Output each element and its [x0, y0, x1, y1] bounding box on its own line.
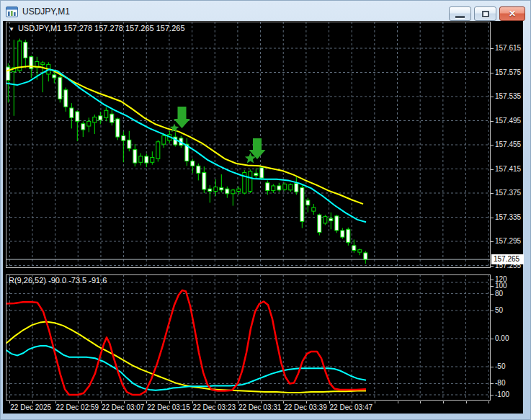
time-tick-label: 22 Dec 03:39 — [284, 403, 327, 411]
price-tick-label: 157.615 — [495, 45, 521, 52]
indicator-tick-label: 50 — [495, 307, 503, 314]
indicator-tick — [491, 367, 494, 367]
indicator-tick — [491, 383, 494, 384]
chart-window: USDJPY,M1 ✕ ▼USDJPY,M1 157.278 157.278 1… — [0, 0, 531, 420]
close-button[interactable]: ✕ — [499, 6, 525, 21]
chart-window-icon — [6, 6, 18, 17]
price-tick-label: 157.295 — [495, 238, 521, 245]
price-tick-label: 157.375 — [495, 189, 521, 197]
indicator-tick — [491, 395, 494, 396]
price-tick — [491, 241, 494, 242]
indicator-tick — [491, 286, 494, 287]
price-tick — [491, 218, 494, 218]
indicator-panel[interactable] — [6, 274, 491, 401]
time-tick — [466, 401, 467, 403]
main-grid — [6, 22, 491, 268]
price-tick-label: 157.455 — [495, 141, 521, 148]
time-tick — [488, 401, 489, 403]
time-tick — [375, 401, 375, 403]
main-chart[interactable] — [6, 22, 491, 268]
time-tick — [398, 401, 398, 403]
time-tick-label: 22 Dec 03:31 — [238, 403, 282, 411]
time-tick-label: 22 Dec 03:15 — [147, 403, 190, 411]
price-tick — [491, 121, 494, 122]
indicator-tick — [491, 294, 494, 295]
minimize-icon — [455, 16, 465, 18]
time-tick-label: 22 Dec 02:59 — [56, 403, 99, 411]
minimize-button[interactable] — [449, 6, 471, 21]
indicator-label: R(9,26,52) -90.0 -73.5 -91.6 — [9, 276, 107, 285]
time-tick — [420, 401, 421, 403]
indicator-tick-label: 80 — [495, 290, 503, 298]
price-tick — [491, 97, 494, 97]
time-tick-label: 22 Dec 2025 — [10, 403, 51, 411]
price-tick-label: 157.575 — [495, 69, 521, 76]
chart-ohlc-label: ▼USDJPY,M1 157.278 157.278 157.265 157.2… — [9, 24, 185, 32]
restore-icon — [482, 11, 489, 17]
price-tick-label: 157.535 — [495, 93, 521, 100]
indicator-tick-label: -100 — [495, 391, 509, 398]
indicator-tick-label: 0.00 — [495, 335, 509, 342]
indicator-tick — [491, 339, 494, 339]
indicator-tick — [491, 310, 494, 311]
oscillator-red-line — [6, 290, 366, 395]
symbol-menu-icon[interactable]: ▼ — [9, 26, 14, 32]
sell-arrow-icon — [174, 107, 190, 128]
restore-button[interactable] — [474, 6, 496, 21]
bid-price-box: 157.265 — [491, 254, 524, 264]
close-icon: ✕ — [509, 9, 516, 18]
price-tick-label: 157.335 — [495, 214, 521, 221]
price-tick-label: 157.495 — [495, 117, 521, 125]
ohlc-text: USDJPY,M1 157.278 157.278 157.265 157.26… — [18, 24, 185, 32]
indicator-tick — [491, 280, 494, 280]
price-tick — [491, 169, 494, 170]
time-tick — [443, 401, 444, 403]
price-tick — [491, 193, 494, 194]
indicator-tick-label: 100 — [495, 282, 507, 290]
price-tick — [491, 48, 494, 49]
window-title: USDJPY,M1 — [22, 6, 70, 17]
price-tick — [491, 145, 494, 146]
price-tick — [491, 266, 494, 267]
indicator-tick-label: -50 — [495, 363, 505, 370]
time-tick-label: 22 Dec 03:07 — [102, 403, 145, 411]
oscillator-yellow-line — [6, 322, 366, 393]
price-tick — [491, 73, 494, 73]
price-tick-label: 157.415 — [495, 166, 521, 173]
indicator-tick-label: -80 — [495, 380, 505, 387]
time-tick-label: 22 Dec 03:47 — [330, 403, 373, 411]
time-tick-label: 22 Dec 03:23 — [193, 403, 236, 411]
